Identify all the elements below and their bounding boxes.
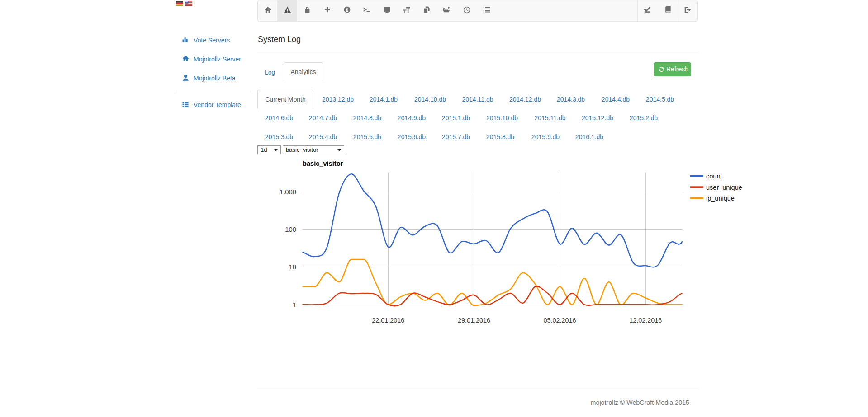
svg-text:22.01.2016: 22.01.2016 (372, 317, 404, 324)
svg-text:1: 1 (293, 301, 296, 309)
svg-text:29.01.2016: 29.01.2016 (458, 317, 490, 324)
svg-text:count: count (706, 173, 722, 180)
svg-text:10: 10 (289, 263, 296, 271)
svg-text:100: 100 (285, 226, 296, 233)
svg-text:05.02.2016: 05.02.2016 (544, 317, 576, 324)
svg-text:basic_visitor: basic_visitor (303, 160, 343, 167)
svg-text:user_unique: user_unique (706, 184, 742, 191)
svg-text:ip_unique: ip_unique (706, 195, 735, 202)
svg-text:1.000: 1.000 (280, 188, 296, 196)
svg-text:12.02.2016: 12.02.2016 (629, 317, 662, 324)
